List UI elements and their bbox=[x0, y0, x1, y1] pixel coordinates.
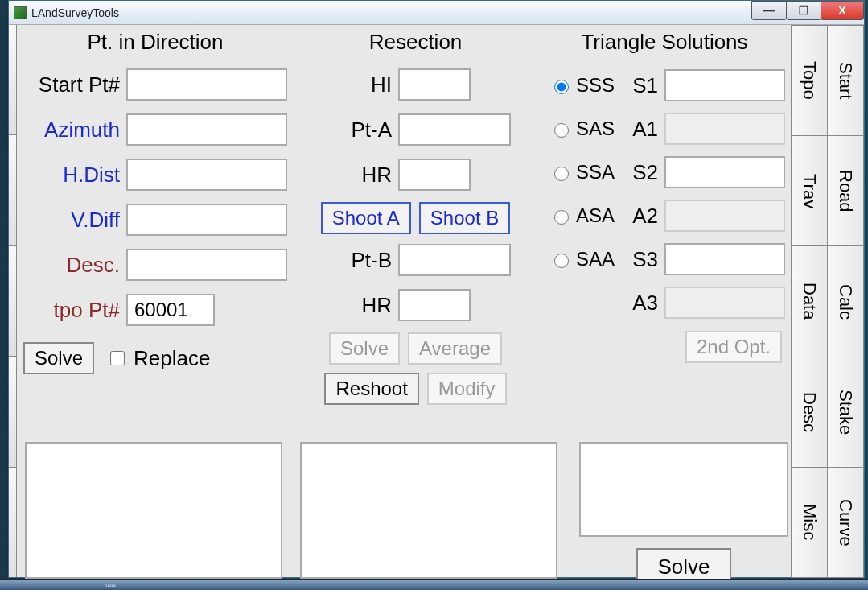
radio-asa-input[interactable] bbox=[554, 210, 569, 225]
s2-label: S2 bbox=[624, 160, 664, 185]
average-button[interactable]: Average bbox=[408, 332, 502, 365]
tpo-pt-label: tpo Pt# bbox=[23, 298, 126, 323]
hr-a-label: HR bbox=[295, 163, 398, 188]
hi-label: HI bbox=[295, 72, 398, 97]
radio-sas-input[interactable] bbox=[554, 123, 569, 138]
app-icon bbox=[14, 6, 27, 19]
resection-panel: Resection HI Pt-A HR Shoot A bbox=[295, 30, 536, 416]
window-title: LAndSurveyTools bbox=[31, 6, 119, 19]
right-rail: Topo Trav Data Desc Misc Start Road Calc… bbox=[792, 25, 864, 577]
second-opt-button[interactable]: 2nd Opt. bbox=[685, 331, 782, 363]
shoot-b-button[interactable]: Shoot B bbox=[419, 202, 510, 234]
left-rail-tab[interactable] bbox=[9, 25, 16, 135]
radio-ssa-input[interactable] bbox=[554, 167, 569, 181]
radio-saa[interactable]: SAA bbox=[544, 248, 624, 270]
desc-input[interactable] bbox=[126, 249, 287, 281]
replace-checkbox-input[interactable] bbox=[110, 351, 125, 365]
close-button[interactable]: X bbox=[821, 1, 864, 20]
hi-input[interactable] bbox=[398, 68, 471, 101]
main-panel: Pt. in Direction Start Pt# Azimuth H.Dis… bbox=[17, 25, 792, 577]
pta-label: Pt-A bbox=[295, 118, 398, 142]
radio-sas[interactable]: SAS bbox=[544, 118, 624, 140]
maximize-button[interactable]: ❐ bbox=[786, 1, 821, 20]
a1-input[interactable] bbox=[664, 113, 785, 145]
a1-label: A1 bbox=[624, 117, 664, 142]
solve-button[interactable]: Solve bbox=[23, 342, 94, 374]
s3-input[interactable] bbox=[664, 243, 785, 275]
ptb-input[interactable] bbox=[398, 244, 511, 276]
hr-b-label: HR bbox=[295, 293, 398, 318]
tab-road[interactable]: Road bbox=[827, 135, 864, 246]
radio-asa[interactable]: ASA bbox=[544, 204, 624, 227]
radio-sss[interactable]: SSS bbox=[544, 74, 624, 97]
radio-saa-input[interactable] bbox=[554, 254, 569, 268]
s1-label: S1 bbox=[624, 73, 664, 98]
tab-data[interactable]: Data bbox=[791, 245, 828, 357]
radio-ssa[interactable]: SSA bbox=[544, 161, 624, 184]
azimuth-input[interactable] bbox=[126, 113, 287, 146]
taskbar-pins-icon: ▫▫▫▫ bbox=[105, 581, 116, 590]
output-area: Solve bbox=[25, 442, 797, 586]
tab-calc[interactable]: Calc bbox=[827, 245, 864, 357]
a3-label: A3 bbox=[624, 291, 664, 316]
tpo-pt-input[interactable] bbox=[126, 294, 215, 326]
minimize-button[interactable]: — bbox=[751, 1, 787, 20]
replace-checkbox[interactable]: Replace bbox=[107, 346, 210, 371]
a3-input[interactable] bbox=[664, 287, 785, 319]
output-box-3[interactable] bbox=[579, 442, 788, 537]
pt-in-direction-panel: Pt. in Direction Start Pt# Azimuth H.Dis… bbox=[23, 30, 287, 416]
tab-stake[interactable]: Stake bbox=[827, 357, 864, 468]
left-rail-tab[interactable] bbox=[9, 357, 16, 467]
ptb-label: Pt-B bbox=[295, 248, 398, 273]
desc-label: Desc. bbox=[23, 253, 126, 278]
left-rail-tab[interactable] bbox=[9, 246, 16, 357]
hdist-label: H.Dist bbox=[23, 163, 126, 188]
window-controls: — ❐ X bbox=[752, 1, 864, 20]
vdiff-input[interactable] bbox=[126, 204, 287, 236]
left-rail-tab[interactable] bbox=[9, 468, 16, 577]
vdiff-label: V.Diff bbox=[23, 208, 126, 233]
outer-rail: Start Road Calc Stake Curve bbox=[828, 25, 864, 577]
s3-label: S3 bbox=[624, 247, 664, 272]
tab-trav[interactable]: Trav bbox=[791, 135, 828, 246]
replace-label: Replace bbox=[134, 346, 210, 371]
titlebar[interactable]: LAndSurveyTools — ❐ X bbox=[9, 1, 864, 25]
left-rail-tab[interactable] bbox=[9, 135, 16, 245]
shoot-a-button[interactable]: Shoot A bbox=[321, 202, 411, 234]
panel-header: Resection bbox=[295, 30, 536, 59]
azimuth-label: Azimuth bbox=[23, 118, 126, 142]
tab-start[interactable]: Start bbox=[827, 25, 864, 136]
s1-input[interactable] bbox=[664, 69, 785, 101]
resection-solve-button[interactable]: Solve bbox=[329, 332, 400, 365]
start-pt-label: Start Pt# bbox=[23, 72, 126, 97]
left-rail bbox=[9, 25, 17, 577]
triangle-solutions-panel: Triangle Solutions SSS S1 SAS A1 SSA S2 bbox=[544, 30, 785, 416]
panel-header: Pt. in Direction bbox=[23, 30, 287, 59]
app-window: LAndSurveyTools — ❐ X Pt. in Direction S… bbox=[8, 0, 865, 578]
pta-input[interactable] bbox=[398, 113, 511, 146]
reshoot-button[interactable]: Reshoot bbox=[324, 373, 418, 405]
hdist-input[interactable] bbox=[126, 159, 287, 191]
output-box-2[interactable] bbox=[300, 442, 557, 579]
start-pt-input[interactable] bbox=[126, 68, 287, 101]
tab-curve[interactable]: Curve bbox=[827, 467, 864, 578]
tab-topo[interactable]: Topo bbox=[791, 25, 828, 136]
panel-header: Triangle Solutions bbox=[544, 30, 785, 59]
radio-sss-input[interactable] bbox=[554, 80, 569, 94]
work-area: Pt. in Direction Start Pt# Azimuth H.Dis… bbox=[9, 25, 864, 577]
a2-input[interactable] bbox=[664, 200, 785, 232]
output-box-1[interactable] bbox=[25, 442, 282, 579]
s2-input[interactable] bbox=[664, 156, 785, 188]
a2-label: A2 bbox=[624, 204, 664, 229]
taskbar[interactable]: ▫▫▫▫ bbox=[0, 579, 868, 590]
modify-button[interactable]: Modify bbox=[427, 373, 507, 405]
hr-b-input[interactable] bbox=[398, 289, 471, 321]
hr-a-input[interactable] bbox=[398, 159, 471, 191]
